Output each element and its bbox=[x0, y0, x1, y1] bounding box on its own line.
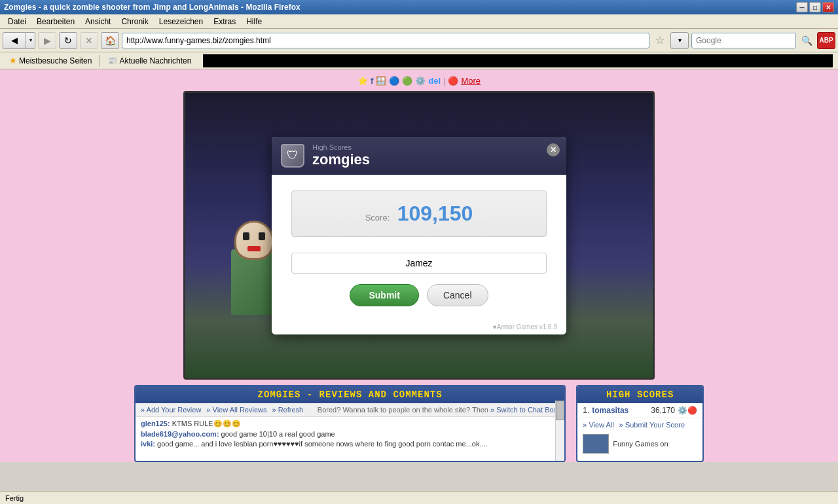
main-content: ⭐ f 🪟 🔵 🟢 ⚙️ del | 🔴 More bbox=[0, 69, 838, 462]
modal-overlay: 🛡 High Scores zomgies ✕ Score: 109,150 bbox=[185, 93, 653, 378]
review-item-2: blade619@yahoo.com: good game 10|10 a re… bbox=[141, 430, 559, 438]
bookmarks-separator bbox=[100, 55, 100, 67]
modal-close-button[interactable]: ✕ bbox=[547, 143, 560, 156]
social-delicious-icon[interactable]: del bbox=[428, 76, 441, 86]
bookmark-expand-button[interactable]: ▾ bbox=[670, 32, 689, 49]
hs-links: » View All » Submit Your Score bbox=[577, 418, 702, 431]
status-bar: Fertig bbox=[0, 491, 838, 504]
modal-subtitle: High Scores bbox=[312, 143, 557, 151]
toolbar: ◀ ▾ ▶ ↻ ✕ 🏠 ☆ ▾ 🔍 ABP bbox=[0, 29, 838, 52]
modal-body: Score: 109,150 Submit Cancel bbox=[272, 175, 566, 319]
bookmark-nachrichten[interactable]: 📰 Aktuelle Nachrichten bbox=[104, 55, 195, 67]
reviewer-name-1: glen125: bbox=[141, 420, 170, 427]
close-button[interactable]: ✕ bbox=[822, 2, 834, 12]
maximize-button[interactable]: □ bbox=[809, 2, 821, 12]
window-title: Zomgies - a quick zombie shooter from Ji… bbox=[4, 3, 301, 12]
stop-button[interactable]: ✕ bbox=[80, 32, 98, 49]
funny-games-text: Funny Games on bbox=[613, 440, 668, 448]
menu-hilfe[interactable]: Hilfe bbox=[241, 16, 267, 27]
social-icon6[interactable]: 🔴 bbox=[448, 76, 458, 86]
modal-buttons: Submit Cancel bbox=[291, 284, 547, 306]
score-display: Score: 109,150 bbox=[291, 190, 547, 237]
review-text-1: KTMS RULE😊😊😊 bbox=[172, 420, 241, 427]
reviews-section: ZOMGIES - REVIEWS AND COMMENTS » Add You… bbox=[134, 385, 566, 462]
cancel-button[interactable]: Cancel bbox=[427, 284, 488, 306]
switch-chat-link[interactable]: » Switch to Chat Box. bbox=[490, 406, 559, 414]
menu-bar: Datei Bearbeiten Ansicht Chronik Lesezei… bbox=[0, 14, 838, 29]
highscore-score-1: 36,170 bbox=[651, 406, 675, 415]
modal-footer: ♥Armor Games v1.6.9 bbox=[272, 319, 566, 334]
highscore-icons-1: ⚙️🔴 bbox=[678, 406, 697, 415]
black-bar-bookmarks bbox=[203, 54, 833, 67]
search-button[interactable]: 🔍 bbox=[799, 33, 814, 48]
status-text: Fertig bbox=[5, 494, 24, 502]
review-item-3: ivki: good game... and i love lesbian po… bbox=[141, 440, 559, 448]
social-bar: ⭐ f 🪟 🔵 🟢 ⚙️ del | 🔴 More bbox=[357, 76, 481, 86]
menu-extras[interactable]: Extras bbox=[208, 16, 241, 27]
review-text-3: good game... and i love lesbian porn♥♥♥♥… bbox=[157, 440, 488, 448]
bookmark-label-meistbesuche: Meistbesuche Seiten bbox=[19, 56, 92, 65]
modal-title: zomgies bbox=[312, 151, 557, 168]
name-input[interactable] bbox=[291, 253, 547, 274]
bottom-section: ZOMGIES - REVIEWS AND COMMENTS » Add You… bbox=[134, 385, 704, 462]
submit-button[interactable]: Submit bbox=[350, 284, 418, 306]
social-icon3[interactable]: 🔵 bbox=[389, 76, 399, 86]
url-bar[interactable] bbox=[122, 33, 649, 48]
refresh-link[interactable]: » Refresh bbox=[272, 406, 303, 414]
forward-button[interactable]: ▶ bbox=[38, 32, 56, 49]
window-controls: ─ □ ✕ bbox=[796, 2, 834, 12]
modal-header: 🛡 High Scores zomgies ✕ bbox=[272, 137, 566, 175]
reviews-links: » Add Your Review » View All Reviews » R… bbox=[136, 403, 564, 417]
social-icon4[interactable]: 🟢 bbox=[402, 76, 412, 86]
rss-icon: 📰 bbox=[108, 56, 117, 65]
bookmark-meistbesuche[interactable]: ★ Meistbesuche Seiten bbox=[5, 54, 96, 67]
modal-footer-text: ♥Armor Games v1.6.9 bbox=[493, 323, 557, 331]
home-button[interactable]: 🏠 bbox=[101, 32, 119, 49]
social-facebook-icon[interactable]: f bbox=[371, 76, 373, 86]
highscore-modal: 🛡 High Scores zomgies ✕ Score: 109,150 bbox=[272, 137, 566, 334]
bookmark-label-nachrichten: Aktuelle Nachrichten bbox=[119, 56, 191, 65]
back-forward-group: ◀ ▾ bbox=[3, 32, 35, 49]
game-container[interactable]: 🛡 High Scores zomgies ✕ Score: 109,150 bbox=[183, 91, 655, 380]
menu-lesezeichen[interactable]: Lesezeichen bbox=[154, 16, 208, 27]
view-all-reviews-link[interactable]: » View All Reviews bbox=[206, 406, 266, 414]
title-bar: Zomgies - a quick zombie shooter from Ji… bbox=[0, 0, 838, 14]
bookmark-star-button[interactable]: ☆ bbox=[652, 33, 668, 48]
social-separator: | bbox=[443, 76, 445, 86]
social-star-icon[interactable]: ⭐ bbox=[357, 76, 368, 86]
view-all-hs-link[interactable]: » View All bbox=[583, 421, 614, 429]
bookmark-star-icon: ★ bbox=[9, 56, 17, 65]
minimize-button[interactable]: ─ bbox=[796, 2, 808, 12]
social-icon5[interactable]: ⚙️ bbox=[415, 76, 426, 86]
chat-promo: Bored? Wanna talk to people on the whole… bbox=[318, 406, 559, 414]
review-text-2: good game 10|10 a real good game bbox=[221, 430, 335, 438]
score-label: Score: bbox=[365, 213, 390, 223]
highscores-section: HIGH SCORES 1. tomasitas 36,170 ⚙️🔴 » Vi… bbox=[576, 385, 704, 462]
menu-chronik[interactable]: Chronik bbox=[116, 16, 153, 27]
reviews-scrollbar[interactable] bbox=[555, 401, 564, 461]
highscore-rank-1: 1. bbox=[583, 406, 589, 415]
highscore-item-1: 1. tomasitas 36,170 ⚙️🔴 bbox=[577, 403, 702, 418]
menu-bearbeiten[interactable]: Bearbeiten bbox=[31, 16, 80, 27]
review-item-1: glen125: KTMS RULE😊😊😊 bbox=[141, 420, 559, 428]
scrollbar-thumb[interactable] bbox=[556, 401, 564, 420]
menu-datei[interactable]: Datei bbox=[3, 16, 31, 27]
submit-score-link[interactable]: » Submit Your Score bbox=[619, 421, 685, 429]
funny-games-thumb bbox=[583, 434, 609, 454]
more-link[interactable]: More bbox=[461, 76, 481, 86]
adblock-button[interactable]: ABP bbox=[817, 32, 835, 49]
reload-button[interactable]: ↻ bbox=[59, 32, 77, 49]
game-background: 🛡 High Scores zomgies ✕ Score: 109,150 bbox=[185, 93, 653, 378]
shield-icon: 🛡 bbox=[281, 144, 304, 168]
back-dropdown-button[interactable]: ▾ bbox=[26, 32, 35, 49]
search-input[interactable] bbox=[691, 33, 796, 48]
bookmarks-bar: ★ Meistbesuche Seiten 📰 Aktuelle Nachric… bbox=[0, 52, 838, 69]
reviewer-name-2: blade619@yahoo.com: bbox=[141, 430, 219, 438]
social-windows-icon[interactable]: 🪟 bbox=[376, 76, 386, 86]
back-button[interactable]: ◀ bbox=[3, 32, 26, 49]
reviewer-name-3: ivki: bbox=[141, 440, 155, 448]
modal-title-area: High Scores zomgies bbox=[312, 143, 557, 168]
menu-ansicht[interactable]: Ansicht bbox=[80, 16, 116, 27]
add-review-link[interactable]: » Add Your Review bbox=[141, 406, 201, 414]
score-value: 109,150 bbox=[397, 202, 473, 225]
